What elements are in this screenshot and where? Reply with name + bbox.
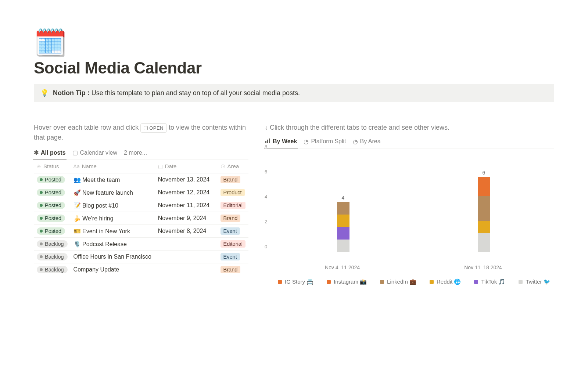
status-badge: Backlog [37,266,68,273]
bar-segment [337,215,349,227]
area-tag: Product [220,189,245,196]
x-tick: Nov 4–11 2024 [325,265,360,270]
y-tick: 0 [265,244,267,249]
col-date[interactable]: ▢Date [155,159,218,173]
tab-by-area[interactable]: ◔ By Area [353,138,381,145]
status-badge: Posted [37,189,65,196]
tip-callout: 💡 Notion Tip : Use this template to plan… [34,84,554,102]
date-icon: ▢ [158,163,163,169]
bar-total-label: 6 [483,170,485,176]
area-tag: Event [220,227,240,235]
row-name[interactable]: 🎙️ Podcast Release [71,238,155,251]
area-tag: Brand [220,266,241,273]
weekly-chart: 46 02468 [265,152,554,262]
row-name[interactable]: 🚀 New feature launch [71,186,155,199]
legend-item[interactable]: Reddit 🌐 [430,278,461,285]
row-date: November 12, 2024 [155,186,218,199]
col-name[interactable]: AaName [71,159,155,173]
right-tabs: By Week ◔ Platform Split ◔ By Area [265,138,554,148]
table-row[interactable]: Posted🎫 Event in New YorkNovember 8, 202… [34,225,248,238]
table-row[interactable]: BacklogOffice Hours in San FranciscoEven… [34,251,248,263]
table-row[interactable]: Posted📝 Blog post #10November 11, 2024Ed… [34,199,248,212]
status-badge: Posted [37,227,65,235]
y-tick: 4 [265,194,267,199]
tab-calendar-view[interactable]: ▢ Calendar view [72,149,117,156]
svg-rect-1 [267,140,268,143]
row-name[interactable]: Company Update [71,263,155,276]
row-date: November 8, 2024 [155,225,218,238]
page-icon: 🗓️ [34,29,554,56]
area-tag: Brand [220,176,241,183]
x-tick: Nov 11–18 2024 [464,265,502,270]
legend-item[interactable]: Instagram 📸 [327,278,367,285]
bar-segment [478,183,490,196]
tabs-more[interactable]: 2 more... [124,150,147,156]
legend-item[interactable]: LinkedIn 💼 [380,278,416,285]
legend-swatch [474,280,478,284]
bar-segment [478,221,490,233]
callout-bold: Notion Tip : [53,89,90,97]
legend-item[interactable]: IG Story 📇 [278,278,313,285]
y-tick: 8 [265,144,267,150]
legend-swatch [327,280,331,284]
legend-swatch [519,280,523,284]
bar-segment [478,196,490,221]
table-row[interactable]: Posted👥 Meet the teamNovember 13, 2024Br… [34,173,248,186]
y-tick: 6 [265,169,267,174]
bar-segment [337,240,349,252]
row-date: November 13, 2024 [155,173,218,186]
row-name[interactable]: 🎫 Event in New York [71,225,155,238]
area-tag: Event [220,253,240,260]
svg-rect-2 [269,138,270,143]
y-tick: 2 [265,219,267,224]
col-area[interactable]: ⚇Area [218,159,248,173]
pie-icon: ◔ [304,138,309,145]
tab-platform-split[interactable]: ◔ Platform Split [304,138,346,145]
status-badge: Backlog [37,253,68,260]
row-date [155,263,218,276]
sparkle-icon: ✱ [34,149,39,156]
row-date: November 9, 2024 [155,212,218,225]
legend-swatch [278,280,282,284]
col-status[interactable]: ✳︎Status [34,159,71,173]
left-hint: Hover over each table row and click OPEN… [34,123,248,143]
row-name[interactable]: 👥 Meet the team [71,173,155,186]
table-row[interactable]: Backlog🎙️ Podcast ReleaseEditorial [34,238,248,251]
pie-icon: ◔ [353,138,358,145]
row-date [155,251,218,263]
bar-segment [337,202,349,215]
tab-all-posts[interactable]: ✱ All posts [34,149,66,156]
bar-segment [478,233,490,252]
area-tag: Brand [220,215,241,222]
tab-by-week[interactable]: By Week [265,138,297,145]
row-name[interactable]: Office Hours in San Francisco [71,251,155,263]
text-icon: Aa [74,163,80,169]
legend-item[interactable]: Twitter 🐦 [519,278,550,285]
people-icon: ⚇ [220,163,225,169]
callout-text: Use this template to plan and stay on to… [90,89,300,97]
posts-table: ✳︎Status AaName ▢Date ⚇Area Posted👥 Meet… [34,159,248,276]
row-name[interactable]: 🍌 We're hiring [71,212,155,225]
row-date [155,238,218,251]
table-row[interactable]: Posted🍌 We're hiringNovember 9, 2024Bran… [34,212,248,225]
left-tabs: ✱ All posts ▢ Calendar view 2 more... [34,149,248,159]
svg-rect-0 [265,141,266,143]
row-name[interactable]: 📝 Blog post #10 [71,199,155,212]
calendar-icon: ▢ [72,149,78,156]
row-date: November 11, 2024 [155,199,218,212]
table-row[interactable]: BacklogCompany UpdateBrand [34,263,248,276]
status-badge: Posted [37,202,65,209]
bar-column: 6 [478,177,490,252]
area-tag: Editorial [220,240,245,248]
bar-total-label: 4 [342,195,345,201]
page-title: Social Media Calendar [34,59,554,77]
legend-swatch [380,280,384,284]
legend-item[interactable]: TikTok 🎵 [474,278,505,285]
right-hint: ↓ Click through the different tabs to cr… [265,123,554,133]
open-square-icon [144,126,148,130]
open-pill[interactable]: OPEN [140,123,167,133]
table-row[interactable]: Posted🚀 New feature launchNovember 12, 2… [34,186,248,199]
status-badge: Posted [37,176,65,183]
status-badge: Posted [37,215,65,222]
bar-segment [337,227,349,240]
